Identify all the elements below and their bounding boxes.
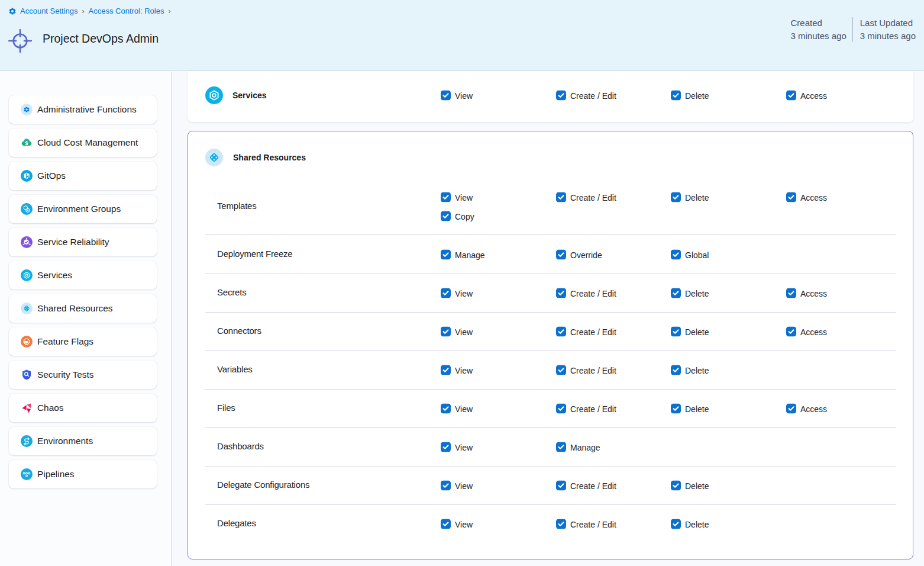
svg-text:$: $ [25,140,28,146]
